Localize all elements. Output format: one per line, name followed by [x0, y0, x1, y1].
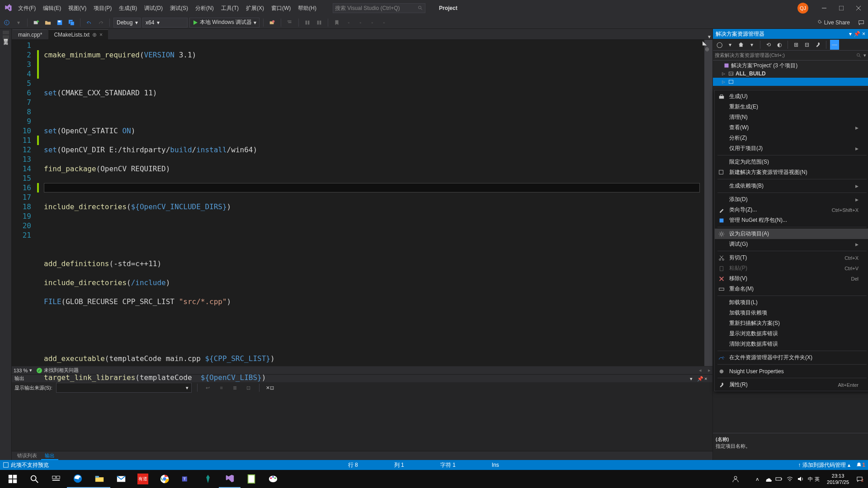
- ctx-remove[interactable]: 移除(V)Del: [715, 273, 868, 284]
- config-dropdown[interactable]: Debug▾: [113, 18, 141, 28]
- se-back-icon[interactable]: ◯: [715, 40, 724, 50]
- tab-overflow-dropdown[interactable]: ▼: [707, 34, 712, 39]
- tb-x4[interactable]: ◦: [379, 18, 389, 28]
- solution-root[interactable]: 解决方案'Project' (3 个项目): [713, 61, 868, 70]
- ime-state[interactable]: 英: [815, 476, 820, 483]
- menu-project[interactable]: 项目(P): [90, 4, 115, 13]
- open-file-button[interactable]: [43, 18, 53, 28]
- menu-view[interactable]: 视图(V): [65, 4, 90, 13]
- server-explorer-tab[interactable]: 服务器资源管理器: [3, 31, 9, 34]
- ctx-load-deps[interactable]: 加载项目依赖项: [715, 308, 868, 318]
- se-show-all-icon[interactable]: ⊞: [792, 40, 801, 50]
- ctx-unload[interactable]: 卸载项目(L): [715, 297, 868, 308]
- ctx-open-folder[interactable]: 在文件资源管理器中打开文件夹(X): [715, 352, 868, 363]
- se-search[interactable]: 搜索解决方案资源管理器(Ctrl+;) ▾: [713, 51, 868, 61]
- save-button[interactable]: [55, 18, 65, 28]
- task-view-button[interactable]: [45, 470, 67, 488]
- ctx-rename[interactable]: 重命名(M): [715, 284, 868, 294]
- undo-button[interactable]: [84, 18, 94, 28]
- nav-fwd-button[interactable]: ▾: [14, 18, 24, 28]
- tb-bookmark[interactable]: [332, 18, 342, 28]
- tb-step-3[interactable]: [314, 18, 324, 28]
- search-button[interactable]: [24, 470, 45, 488]
- se-close-icon[interactable]: ×: [862, 31, 865, 37]
- se-btn-6[interactable]: ◐: [775, 40, 784, 50]
- nav-back-button[interactable]: [2, 18, 12, 28]
- ctx-new-view[interactable]: 新建解决方案资源管理器视图(N): [715, 167, 868, 178]
- tb-icon-1[interactable]: [267, 18, 277, 28]
- ime-lang[interactable]: 中: [808, 476, 813, 483]
- tray-onedrive-icon[interactable]: [764, 475, 772, 483]
- menu-help[interactable]: 帮助(H): [294, 4, 320, 13]
- menu-analyze[interactable]: 分析(N): [192, 4, 217, 13]
- se-dropdown-icon[interactable]: ▾: [849, 31, 852, 37]
- ctx-project-only[interactable]: 仅用于项目(J)▶: [715, 143, 868, 154]
- project-all-build[interactable]: ▷ ++ ALL_BUILD: [713, 70, 868, 78]
- ctx-nsight[interactable]: Nsight User Properties: [715, 366, 868, 376]
- system-clock[interactable]: 23:132019/7/25: [827, 473, 849, 485]
- quick-launch-search[interactable]: 搜索 Visual Studio (Ctrl+Q): [333, 3, 425, 13]
- menu-tools[interactable]: 工具(T): [217, 4, 242, 13]
- menu-test[interactable]: 测试(S): [166, 4, 192, 13]
- ctx-scope-this[interactable]: 限定为此范围(S): [715, 157, 868, 167]
- zoom-level[interactable]: 133 %▾: [14, 367, 32, 373]
- ctx-rescan[interactable]: 重新扫描解决方案(S): [715, 318, 868, 328]
- start-button[interactable]: [2, 470, 24, 488]
- ctx-show-browse-err[interactable]: 显示浏览数据库错误: [715, 328, 868, 339]
- gitkraken-app[interactable]: [197, 470, 219, 488]
- se-sync-icon[interactable]: ⟲: [764, 40, 773, 50]
- people-icon[interactable]: [732, 475, 739, 483]
- new-project-button[interactable]: [31, 18, 41, 28]
- ctx-add[interactable]: 添加(D)▶: [715, 194, 868, 205]
- feedback-icon[interactable]: [856, 18, 866, 28]
- menu-debug[interactable]: 调试(D): [141, 4, 166, 13]
- mail-app[interactable]: [110, 470, 132, 488]
- se-pin-icon[interactable]: 📌: [854, 31, 860, 37]
- tab-pin-icon[interactable]: ⊕: [92, 32, 97, 38]
- ctx-class-wizard[interactable]: 类向导(Z)...Ctrl+Shift+X: [715, 205, 868, 215]
- status-notifications[interactable]: 1: [856, 462, 865, 468]
- edge-app[interactable]: [67, 470, 89, 488]
- tab-main-cpp[interactable]: main.cpp*: [13, 29, 47, 39]
- live-share-button[interactable]: Live Share: [816, 19, 850, 26]
- ctx-properties[interactable]: 属性(R)Alt+Enter: [715, 380, 868, 390]
- code-editor[interactable]: cmake_minimum_required(VERSION 3.1) set(…: [39, 40, 704, 366]
- tab-cmakelists[interactable]: CMakeLists.txt⊕×: [48, 29, 108, 39]
- paint-app[interactable]: [262, 470, 284, 488]
- menu-edit[interactable]: 编辑(E): [39, 4, 65, 13]
- vs-app[interactable]: [219, 470, 241, 488]
- notepad-app[interactable]: [241, 470, 262, 488]
- status-source-control[interactable]: ↑添加到源代码管理▴: [798, 461, 850, 469]
- tray-chevron-icon[interactable]: ʌ: [754, 475, 761, 483]
- tray-wifi-icon[interactable]: [786, 475, 793, 483]
- ctx-clear-browse-err[interactable]: 清除浏览数据库错误: [715, 339, 868, 349]
- tray-battery-icon[interactable]: [775, 475, 783, 483]
- project-selected[interactable]: ▷: [713, 78, 868, 86]
- action-center-icon[interactable]: 2: [856, 475, 863, 483]
- error-list-tab[interactable]: 错误列表: [14, 451, 41, 460]
- menu-build[interactable]: 生成(B): [115, 4, 141, 13]
- explorer-app[interactable]: [89, 470, 110, 488]
- tray-volume-icon[interactable]: [797, 475, 804, 483]
- ctx-build-deps[interactable]: 生成依赖项(B)▶: [715, 181, 868, 191]
- se-home-icon[interactable]: [736, 40, 745, 50]
- output-close-icon[interactable]: ×: [704, 376, 710, 381]
- ctx-set-startup[interactable]: 设为启动项目(A): [715, 229, 868, 239]
- solution-tree[interactable]: 解决方案'Project' (3 个项目) ▷ ++ ALL_BUILD ▷: [713, 61, 868, 87]
- window-maximize-button[interactable]: [834, 2, 849, 14]
- window-close-button[interactable]: [851, 2, 866, 14]
- ctx-nuget[interactable]: 管理 NuGet 程序包(N)...: [715, 215, 868, 225]
- se-props-icon[interactable]: [813, 40, 822, 50]
- menu-window[interactable]: 窗口(W): [268, 4, 294, 13]
- se-fwd-icon[interactable]: ▾: [726, 40, 735, 50]
- ctx-analyze[interactable]: 分析(Z): [715, 133, 868, 143]
- editor-scrollbar[interactable]: ◣ ⊕: [704, 40, 712, 366]
- tab-close-icon[interactable]: ×: [99, 32, 103, 38]
- se-collapse-icon[interactable]: ⊟: [802, 40, 811, 50]
- tb-x2[interactable]: ◦: [355, 18, 365, 28]
- ctx-debug[interactable]: 调试(G)▶: [715, 239, 868, 249]
- save-all-button[interactable]: [66, 18, 76, 28]
- ctx-rebuild[interactable]: 重新生成(E): [715, 102, 868, 112]
- window-minimize-button[interactable]: [816, 2, 832, 14]
- tb-step-2[interactable]: [302, 18, 312, 28]
